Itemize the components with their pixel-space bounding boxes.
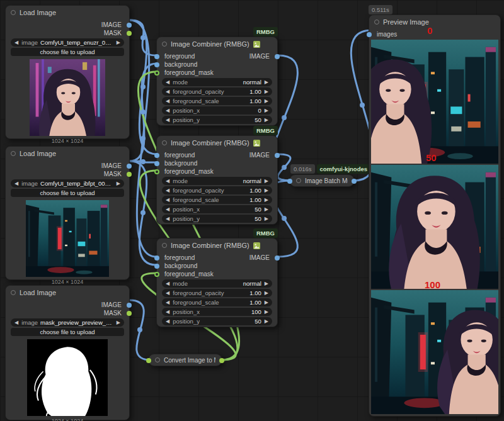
foreground-mask-input-pin[interactable] (154, 272, 159, 277)
next-arrow-icon[interactable] (265, 310, 268, 315)
node-image-combiner-3[interactable]: Image Combiner (RMBG) IMAGE foreground b… (156, 238, 278, 327)
next-arrow-icon[interactable] (265, 80, 268, 85)
output-slot-image[interactable]: IMAGE (6, 162, 129, 170)
choose-file-button[interactable]: choose file to upload (11, 328, 124, 336)
input-slot-foreground-mask[interactable]: foreground_mask (157, 69, 277, 77)
input-slot-foreground[interactable]: foreground (157, 52, 277, 60)
image-output-pin[interactable] (127, 164, 132, 169)
foreground-opacity-widget[interactable]: foreground_opacity1.00 (162, 186, 272, 194)
collapse-dot-icon[interactable] (374, 20, 379, 25)
foreground-input-pin[interactable] (154, 153, 159, 158)
prev-arrow-icon[interactable] (14, 320, 18, 325)
position-x-widget[interactable]: position_x0 (162, 106, 272, 115)
node-load-image-3[interactable]: Load Image IMAGE MASK image mask_preview… (5, 285, 130, 420)
next-arrow-icon[interactable] (265, 118, 268, 123)
collapse-dot-icon[interactable] (296, 178, 301, 183)
foreground-mask-input-pin[interactable] (154, 169, 159, 174)
input-slot-foreground[interactable]: foreground (157, 151, 277, 159)
prev-arrow-icon[interactable] (166, 118, 169, 123)
collapse-dot-icon[interactable] (155, 357, 160, 362)
prev-arrow-icon[interactable] (166, 99, 169, 104)
next-arrow-icon[interactable] (265, 291, 268, 296)
prev-arrow-icon[interactable] (14, 181, 18, 186)
next-arrow-icon[interactable] (265, 108, 268, 113)
mask-output-pin[interactable] (127, 172, 132, 177)
collapse-dot-icon[interactable] (11, 290, 16, 295)
prev-arrow-icon[interactable] (166, 300, 169, 305)
prev-arrow-icon[interactable] (166, 198, 169, 203)
foreground-scale-widget[interactable]: foreground_scale1.00 (162, 196, 272, 204)
prev-arrow-icon[interactable] (166, 291, 169, 296)
input-slot-background[interactable]: background (157, 159, 277, 167)
foreground-input-pin[interactable] (154, 255, 159, 261)
position-x-widget[interactable]: position_x100 (162, 308, 272, 316)
mode-widget[interactable]: modenormal (162, 177, 272, 185)
choose-file-button[interactable]: choose file to upload (11, 189, 124, 197)
convert-output-pin[interactable] (219, 358, 224, 363)
prev-arrow-icon[interactable] (166, 319, 169, 324)
mode-widget[interactable]: modenormal (162, 78, 272, 86)
prev-arrow-icon[interactable] (166, 89, 169, 94)
collapse-dot-icon[interactable] (11, 10, 16, 15)
output-slot-mask[interactable]: MASK (6, 29, 129, 37)
input-slot-images[interactable]: images (369, 30, 500, 38)
prev-arrow-icon[interactable] (166, 179, 169, 184)
prev-arrow-icon[interactable] (166, 108, 169, 113)
foreground-opacity-widget[interactable]: foreground_opacity1.00 (162, 87, 272, 96)
next-arrow-icon[interactable] (265, 300, 268, 305)
next-arrow-icon[interactable] (265, 216, 268, 222)
node-image-batch-multi[interactable]: Image Batch Multi (289, 174, 355, 187)
position-y-widget[interactable]: position_y50 (162, 215, 272, 223)
next-arrow-icon[interactable] (265, 198, 268, 203)
prev-arrow-icon[interactable] (166, 207, 169, 212)
next-arrow-icon[interactable] (265, 207, 268, 212)
prev-arrow-icon[interactable] (14, 40, 18, 45)
input-slot-foreground-mask[interactable]: foreground_mask (157, 167, 277, 176)
next-arrow-icon[interactable] (265, 89, 268, 94)
input-slot-foreground[interactable]: foreground (157, 254, 277, 262)
next-arrow-icon[interactable] (265, 319, 268, 324)
node-graph-canvas[interactable]: Load Image IMAGE MASK image ComfyUI_temp… (0, 0, 504, 421)
node-titlebar[interactable]: Load Image (6, 286, 129, 298)
image-output-pin[interactable] (127, 23, 132, 28)
image-combo-widget[interactable]: image ComfyUI_temp_ibfpt_00002_.png (11, 179, 124, 188)
input-slot-background[interactable]: background (157, 60, 277, 69)
next-arrow-icon[interactable] (265, 188, 268, 193)
node-titlebar[interactable]: Load Image (6, 147, 129, 159)
mode-widget[interactable]: modenormal (162, 279, 272, 288)
output-slot-mask[interactable]: MASK (6, 309, 129, 317)
next-arrow-icon[interactable] (117, 320, 120, 325)
output-slot-mask[interactable]: MASK (6, 170, 129, 178)
output-slot-image[interactable]: IMAGE (6, 21, 129, 29)
collapse-dot-icon[interactable] (162, 243, 167, 248)
foreground-opacity-widget[interactable]: foreground_opacity1.00 (162, 289, 272, 297)
node-load-image-1[interactable]: Load Image IMAGE MASK image ComfyUI_temp… (5, 5, 130, 139)
foreground-scale-widget[interactable]: foreground_scale1.00 (162, 97, 272, 105)
choose-file-button[interactable]: choose file to upload (11, 48, 124, 56)
next-arrow-icon[interactable] (265, 99, 268, 104)
prev-arrow-icon[interactable] (166, 80, 169, 85)
foreground-mask-input-pin[interactable] (154, 70, 159, 76)
collapse-dot-icon[interactable] (162, 140, 167, 145)
batch-output-pin[interactable] (352, 179, 357, 184)
node-load-image-2[interactable]: Load Image IMAGE MASK image ComfyUI_temp… (5, 146, 130, 280)
node-preview-image[interactable]: Preview Image images (369, 14, 501, 417)
node-titlebar[interactable]: Image Combiner (RMBG) (157, 136, 277, 149)
node-image-combiner-1[interactable]: Image Combiner (RMBG) IMAGE foreground b… (156, 36, 278, 126)
image-combo-widget[interactable]: image mask_preview_preview_gzrvy_00... (11, 318, 124, 327)
image-output-pin[interactable] (127, 303, 132, 308)
node-titlebar[interactable]: Image Combiner (RMBG) (157, 239, 277, 251)
input-slot-background[interactable]: background (157, 262, 277, 270)
background-input-pin[interactable] (154, 161, 159, 166)
node-titlebar[interactable]: Image Combiner (RMBG) (157, 37, 277, 50)
prev-arrow-icon[interactable] (166, 281, 169, 286)
next-arrow-icon[interactable] (117, 40, 120, 45)
convert-input-pin[interactable] (146, 358, 151, 363)
mask-output-pin[interactable] (127, 31, 132, 36)
background-input-pin[interactable] (154, 62, 159, 67)
node-convert-image-to-mask[interactable]: Convert Image to Mas (148, 354, 222, 366)
background-input-pin[interactable] (154, 264, 159, 269)
node-titlebar[interactable]: Load Image (6, 6, 129, 18)
input-slot-foreground-mask[interactable]: foreground_mask (157, 270, 277, 278)
mask-output-pin[interactable] (127, 311, 132, 316)
